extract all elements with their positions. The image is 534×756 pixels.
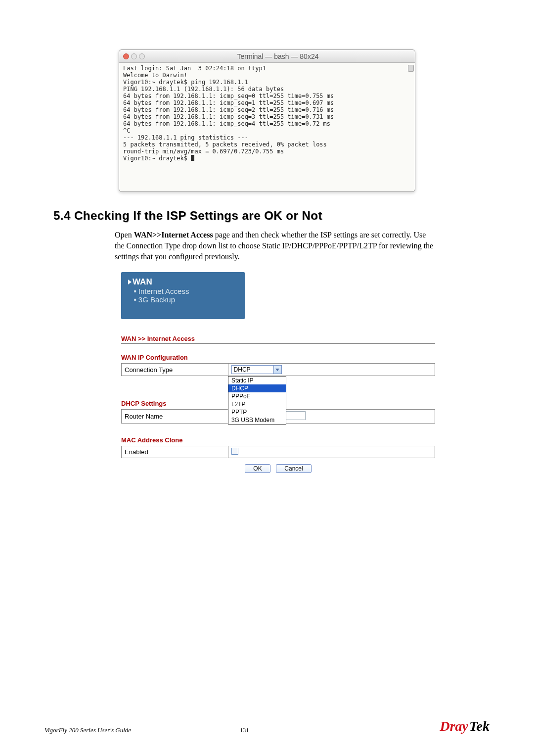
connection-type-dropdown[interactable]: Static IP DHCP PPPoE L2TP PPTP 3G USB Mo…	[228, 376, 286, 425]
terminal-cursor	[191, 155, 194, 161]
nav-item-internet-access[interactable]: ■ Internet Access	[128, 287, 238, 295]
enabled-label: Enabled	[122, 446, 228, 458]
wan-nav-title: WAN	[133, 277, 152, 287]
terminal-title: Terminal — bash — 80x24	[145, 52, 411, 60]
bullet-icon: ■	[134, 297, 136, 302]
connection-type-row: Connection Type DHCP	[122, 364, 435, 376]
wan-nav-box: WAN ■ Internet Access ■ 3G Backup	[121, 272, 245, 319]
bullet-icon: ■	[134, 289, 136, 293]
terminal-body: Last login: Sat Jan 3 02:24:18 on ttyp1 …	[119, 63, 415, 191]
page-footer: VigorFly 200 Series User's Guide 131 Dra…	[44, 718, 490, 734]
wan-ip-table: Connection Type DHCP	[121, 363, 435, 376]
mac-heading: MAC Address Clone	[121, 436, 435, 444]
nav-item-label: 3G Backup	[138, 295, 175, 304]
body-prefix: Open	[115, 231, 134, 239]
minimize-icon	[131, 53, 137, 59]
draytek-logo: DrayTek	[440, 718, 490, 734]
terminal-title-bar: Terminal — bash — 80x24	[119, 50, 415, 63]
option-pppoe[interactable]: PPPoE	[228, 392, 286, 400]
body-bold: WAN>>Internet Access	[134, 231, 213, 239]
enabled-checkbox[interactable]	[231, 448, 238, 455]
close-icon	[123, 53, 129, 59]
nav-item-3g-backup[interactable]: ■ 3G Backup	[128, 295, 238, 304]
chevron-down-icon	[273, 366, 281, 374]
footer-guide-title: VigorFly 200 Series User's Guide	[44, 726, 131, 734]
connection-type-label: Connection Type	[122, 364, 228, 376]
footer-page-number: 131	[240, 727, 249, 734]
scroll-thumb	[408, 65, 414, 72]
cancel-button[interactable]: Cancel	[276, 464, 311, 473]
select-value: DHCP	[232, 366, 273, 374]
option-dhcp[interactable]: DHCP	[228, 384, 286, 392]
traffic-lights	[123, 53, 145, 59]
config-block: WAN >> Internet Access WAN IP Configurat…	[121, 335, 435, 473]
terminal-window: Terminal — bash — 80x24 Last login: Sat …	[119, 49, 415, 192]
option-l2tp[interactable]: L2TP	[228, 400, 286, 408]
terminal-output: Last login: Sat Jan 3 02:24:18 on ttyp1 …	[123, 65, 334, 162]
logo-tek: Tek	[469, 718, 490, 734]
expand-icon	[128, 280, 132, 284]
option-static-ip[interactable]: Static IP	[228, 377, 286, 384]
enabled-row: Enabled	[122, 446, 435, 458]
wan-ip-heading: WAN IP Configuration	[121, 354, 435, 361]
zoom-icon	[139, 53, 145, 59]
connection-type-select[interactable]: DHCP	[231, 365, 282, 374]
wan-nav-title-row[interactable]: WAN	[128, 277, 238, 287]
section-heading: 5.4 Checking If the ISP Settings are OK …	[53, 209, 490, 223]
option-3g-usb[interactable]: 3G USB Modem	[228, 416, 286, 424]
nav-item-label: Internet Access	[138, 287, 189, 295]
ok-button[interactable]: OK	[245, 464, 270, 473]
button-row: OK Cancel	[121, 464, 435, 473]
option-pptp[interactable]: PPTP	[228, 408, 286, 416]
logo-dray: Dray	[440, 718, 468, 734]
router-name-label: Router Name	[122, 410, 228, 424]
breadcrumb: WAN >> Internet Access	[121, 335, 435, 344]
body-paragraph: Open WAN>>Internet Access page and then …	[115, 230, 435, 262]
mac-table: Enabled	[121, 446, 435, 458]
